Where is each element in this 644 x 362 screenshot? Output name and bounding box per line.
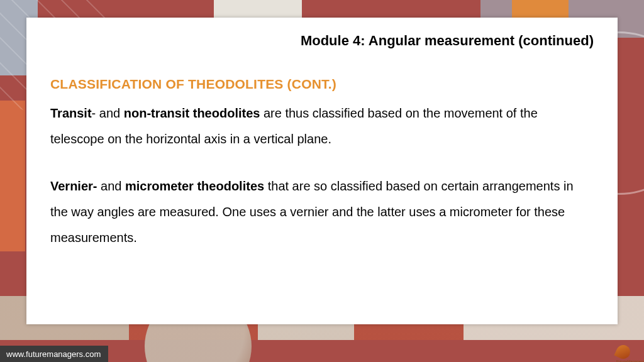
section-heading: CLASSIFICATION OF THEODOLITES (CONT.) xyxy=(50,77,594,92)
paragraph-2: Vernier- and micrometer theodolites that… xyxy=(50,173,594,251)
logo-icon xyxy=(616,345,630,359)
bold-vernier: Vernier- xyxy=(50,179,97,193)
logo-text: FutureManagers xyxy=(616,359,644,363)
bold-transit: Transit xyxy=(50,106,92,120)
text: and xyxy=(97,179,125,193)
bold-non-transit: non-transit theodolites xyxy=(124,106,260,120)
footer-url: www.futuremanagers.com xyxy=(0,346,108,362)
text: - and xyxy=(92,106,124,120)
paragraph-1: Transit- and non-transit theodolites are… xyxy=(50,101,594,152)
bold-micrometer: micrometer theodolites xyxy=(125,179,264,193)
publisher-logo: FutureManagers xyxy=(616,346,644,362)
module-title: Module 4: Angular measurement (continued… xyxy=(50,33,594,49)
body-text: Transit- and non-transit theodolites are… xyxy=(50,101,594,251)
footer-spacer xyxy=(108,346,616,362)
footer-bar: www.futuremanagers.com FutureManagers xyxy=(0,346,644,362)
slide-card: Module 4: Angular measurement (continued… xyxy=(26,18,618,324)
